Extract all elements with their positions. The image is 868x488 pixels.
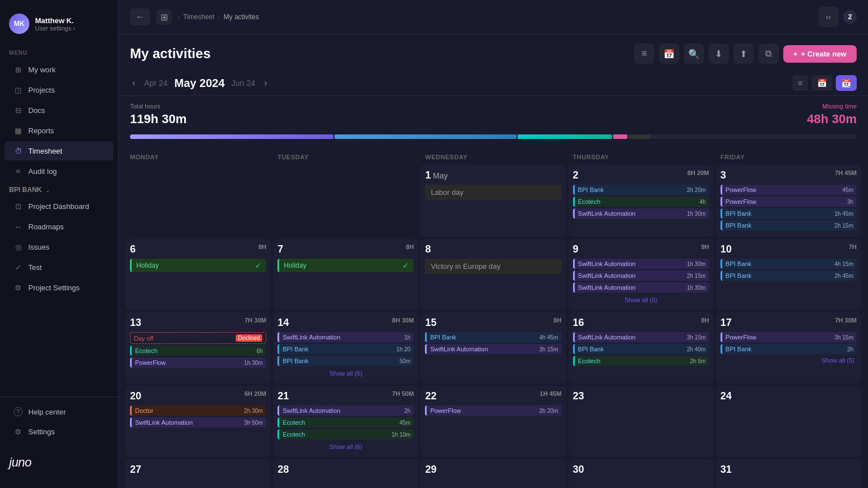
calendar-event[interactable]: Doctor 2h 30m (130, 406, 266, 416)
list-view-toggle[interactable]: ≡ (792, 75, 808, 91)
sidebar-item-project-settings[interactable]: ⚙ Project Settings (5, 278, 114, 297)
calendar-day-28[interactable]: 28 (273, 459, 418, 488)
sidebar-item-my-work[interactable]: ⊞ My work (5, 60, 114, 79)
calendar-day-14[interactable]: 14 8H 30M SwiftLink Automation 1h BPI Ba… (273, 312, 418, 384)
back-button[interactable]: ← (130, 8, 150, 25)
month-view-toggle[interactable]: 📅 (811, 75, 832, 91)
breadcrumb-timesheet[interactable]: Timesheet (183, 13, 215, 21)
calendar-event[interactable]: PowerFlow 2h 20m (425, 406, 561, 416)
calendar-event[interactable]: Ecotech 6h (130, 346, 266, 356)
calendar-event[interactable]: Ecotech 45m (277, 417, 414, 428)
calendar-event[interactable]: Ecotech 1h 10m (277, 429, 414, 439)
sidebar-item-docs[interactable]: ⊟ Docs (5, 101, 114, 120)
calendar-day-15[interactable]: 15 8H BPI Bank 4h 45m SwiftLink Automati… (420, 312, 566, 384)
show-all-button[interactable]: Show all (6) (573, 294, 709, 306)
calendar-event[interactable]: BPI Bank 50m (277, 356, 414, 366)
sidebar-item-roadmaps[interactable]: ↔ Roadmaps (5, 217, 114, 236)
sidebar-item-timesheet[interactable]: ⏱ Timesheet (5, 141, 114, 160)
show-all-button[interactable]: Show all (6) (277, 441, 414, 452)
day-header: 9 9H (573, 243, 709, 255)
calendar-day-22[interactable]: 22 1H 45M PowerFlow 2h 20m (420, 386, 566, 457)
sidebar-item-issues[interactable]: ◎ Issues (5, 237, 114, 256)
day-header: 27 (130, 464, 266, 476)
collapse-button[interactable]: ‹‹ (818, 7, 839, 27)
calendar-event[interactable]: BPI Bank 2h 20m (573, 185, 709, 195)
page-title: My activities (130, 46, 211, 62)
calendar-day-8[interactable]: 8 Victory in Europe day (420, 239, 566, 310)
calendar-event[interactable]: SwiftLink Automation 3h 15m (425, 344, 561, 354)
calendar-event[interactable]: BPI Bank 4h 45m (425, 332, 561, 342)
calendar-event[interactable]: BPI Bank 2h (721, 344, 857, 354)
user-settings-link[interactable]: User settings › (35, 25, 75, 32)
prev-month-label[interactable]: Apr 24 (144, 79, 167, 88)
calendar-event[interactable]: SwiftLink Automation 2h 15m (573, 271, 709, 281)
calendar-day-2[interactable]: 2 8H 20M BPI Bank 2h 20m Ecotech 4h Swif… (568, 165, 714, 237)
list-view-button[interactable]: ≡ (634, 43, 654, 64)
sidebar-item-settings[interactable]: ⚙ Settings (5, 422, 114, 441)
sidebar-item-help[interactable]: ? Help center (5, 402, 114, 421)
calendar-day-24[interactable]: 24 (716, 386, 861, 457)
calendar-day-21[interactable]: 21 7H 50M SwiftLink Automation 2h Ecotec… (273, 386, 418, 457)
sidebar-item-reports[interactable]: ▦ Reports (5, 121, 114, 140)
calendar-day-16[interactable]: 16 8H SwiftLink Automation 3h 15m BPI Ba… (568, 312, 714, 384)
calendar-event[interactable]: SwiftLink Automation 1h 30m (573, 259, 709, 269)
calendar-event[interactable]: Ecotech 4h (573, 197, 709, 207)
calendar-event[interactable]: BPI Bank 2h 40m (573, 344, 709, 354)
bpi-section[interactable]: BPI BANK ⌄ (0, 181, 118, 196)
calendar-event[interactable]: PowerFlow 1h 30m (130, 358, 266, 368)
calendar-event[interactable]: BPI Bank 4h 15m (721, 259, 857, 269)
calendar-view-button[interactable]: 📅 (659, 43, 679, 64)
calendar-event[interactable]: BPI Bank 2h 45m (721, 271, 857, 281)
calendar-event[interactable]: BPI Bank 1h 20 (277, 344, 414, 354)
calendar-event[interactable]: Ecotech 2h 5m (573, 356, 709, 366)
sidebar-item-projects[interactable]: ◫ Projects (5, 80, 114, 99)
calendar-day-17[interactable]: 17 7H 30M PowerFlow 3h 15m BPI Bank 2h S… (716, 312, 861, 384)
day-hours: 8H 20M (687, 169, 709, 176)
calendar-event[interactable]: PowerFlow 45m (721, 185, 857, 195)
create-new-button[interactable]: + + Create new (783, 45, 857, 63)
grid-view-button[interactable]: ⊞ (156, 9, 172, 25)
calendar-day-9[interactable]: 9 9H SwiftLink Automation 1h 30m SwiftLi… (568, 239, 714, 310)
sidebar-item-project-dashboard[interactable]: ⊡ Project Dashboard (5, 197, 114, 216)
sidebar-item-test[interactable]: ✓ Test (5, 258, 114, 277)
calendar-day-20[interactable]: 20 6H 20M Doctor 2h 30m SwiftLink Automa… (125, 386, 271, 457)
calendar-day-27[interactable]: 27 (125, 459, 271, 488)
show-all-button[interactable]: Show all (5) (819, 355, 857, 366)
prev-month-button[interactable]: ‹ (130, 76, 137, 90)
upload-button[interactable]: ⬆ (734, 43, 754, 64)
calendar-event[interactable]: SwiftLink Automation 3h 50m (130, 417, 266, 428)
sidebar-item-audit-log[interactable]: ≡ Audit log (5, 162, 114, 181)
calendar-day-1[interactable]: 1 May Labor day (420, 165, 566, 237)
calendar-day-3[interactable]: 3 7H 45M PowerFlow 45m PowerFlow 3h BPI … (716, 165, 861, 237)
week-view-toggle[interactable]: 📆 (836, 75, 857, 91)
day-number: 14 (277, 317, 289, 329)
calendar-event[interactable]: PowerFlow 3h (721, 197, 857, 207)
calendar-day-31[interactable]: 31 (716, 459, 861, 488)
day-hours: 7H 50M (392, 390, 414, 397)
calendar-event[interactable]: PowerFlow 3h 15m (721, 332, 857, 342)
calendar-event[interactable]: BPI Bank 2h 15m (721, 220, 857, 230)
calendar-day-30[interactable]: 30 (568, 459, 714, 488)
progress-bar (130, 134, 857, 139)
calendar-event[interactable]: SwiftLink Automation 3h 15m (573, 332, 709, 342)
calendar-day-29[interactable]: 29 (420, 459, 566, 488)
calendar-event[interactable]: BPI Bank 1h 45m (721, 208, 857, 219)
calendar-event[interactable]: SwiftLink Automation 2h (277, 406, 414, 416)
progress-green (518, 134, 612, 139)
show-all-button[interactable]: Show all (6) (277, 368, 414, 379)
notification-count-badge: 2 (843, 10, 857, 24)
next-month-button[interactable]: › (262, 76, 270, 90)
calendar-day-13[interactable]: 13 7H 30M Day off Declined Ecotech 6h Po… (125, 312, 271, 384)
user-profile[interactable]: MK Matthew K. User settings › (0, 9, 118, 43)
search-button[interactable]: 🔍 (684, 43, 704, 64)
next-month-label[interactable]: Jun 24 (232, 79, 255, 88)
calendar-event[interactable]: SwiftLink Automation 1h 30m (573, 208, 709, 219)
calendar-event[interactable]: SwiftLink Automation 1h (277, 332, 414, 342)
filter-button[interactable]: ⧉ (758, 43, 779, 64)
calendar-day-10[interactable]: 10 7H BPI Bank 4h 15m BPI Bank 2h 45m (716, 239, 861, 310)
calendar-day-23[interactable]: 23 (568, 386, 714, 457)
download-button[interactable]: ⬇ (709, 43, 729, 64)
calendar-day-6[interactable]: 6 8H Holiday ✓ (125, 239, 271, 310)
calendar-event[interactable]: SwiftLink Automation 1h 30m (573, 282, 709, 293)
calendar-day-7[interactable]: 7 8H Holiday ✓ (273, 239, 418, 310)
